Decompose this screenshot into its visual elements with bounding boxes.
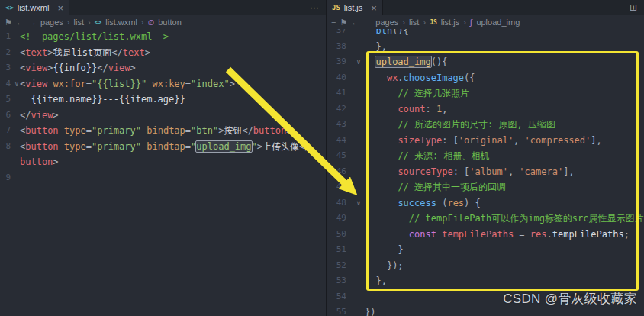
bookmark-icon[interactable]: ⚑	[5, 18, 12, 27]
right-code-editor[interactable]: 37btn(){38},39∨upload_img(){40wx.chooseI…	[327, 23, 644, 316]
symbol-button-icon: ∅	[148, 18, 155, 27]
more-actions-icon[interactable]: ···	[310, 3, 319, 12]
fold-spacer	[14, 92, 20, 108]
chevron-right-icon: ›	[402, 18, 405, 27]
fold-chevron-icon[interactable]: ∨	[353, 54, 365, 70]
right-breadcrumb-bar: ≡ ⚑ ← pages › list › JS list.js › ƒ uplo…	[327, 15, 644, 29]
code-text: button>	[20, 154, 59, 170]
code-text: wx.chooseImage({	[365, 70, 475, 86]
code-text: <button type="primary" bindtap="btn">按钮<…	[20, 123, 291, 139]
code-line[interactable]: 6</view>	[0, 108, 326, 124]
tab-list-js[interactable]: JS list.js ×	[327, 0, 383, 15]
code-line[interactable]: 49// tempFilePath可以作为img标签的src属性显示图片	[327, 211, 644, 227]
right-tab-bar: JS list.js × ⊞	[327, 0, 644, 15]
breadcrumb-item-file[interactable]: list.js	[441, 18, 459, 27]
line-number: 45	[327, 148, 353, 164]
chevron-right-icon: ›	[141, 18, 144, 27]
back-arrow-icon[interactable]: ←	[16, 18, 24, 27]
code-line[interactable]: 45// 来源: 相册、相机	[327, 148, 644, 164]
line-number: 44	[327, 133, 353, 149]
bookmark-icon[interactable]: ⚑	[340, 18, 347, 27]
right-editor-pane: JS list.js × ⊞ ≡ ⚑ ← pages › list › JS l…	[326, 0, 644, 316]
line-number: 8	[0, 139, 14, 155]
left-breadcrumb-bar: ⚑ ← → pages › list › <> list.wxml › ∅ bu…	[0, 15, 326, 29]
line-number: 54	[327, 289, 353, 305]
editor-window: <> list.wxml × ··· ⚑ ← → pages › list › …	[0, 0, 644, 316]
code-line[interactable]: 39∨upload_img(){	[327, 54, 644, 70]
fold-spacer	[14, 108, 20, 124]
fold-spacer	[353, 305, 365, 316]
code-text: // 来源: 相册、相机	[365, 148, 490, 164]
code-line[interactable]: 52});	[327, 258, 644, 274]
code-line[interactable]: 46sourceType: ['album', 'camera'],	[327, 164, 644, 180]
code-line[interactable]: 9	[0, 170, 326, 186]
left-code-editor[interactable]: 1<!--pages/list/list.wxml-->2<text>我是lis…	[0, 29, 326, 185]
code-line[interactable]: 51}	[327, 242, 644, 258]
line-number: 50	[327, 227, 353, 243]
close-icon[interactable]: ×	[371, 3, 377, 13]
code-line[interactable]: 8<button type="primary" bindtap="upload_…	[0, 139, 326, 155]
breadcrumb-item-symbol[interactable]: button	[158, 18, 182, 27]
fold-spacer	[353, 227, 365, 243]
fold-spacer	[14, 170, 20, 186]
breadcrumb-item-file[interactable]: list.wxml	[105, 18, 137, 27]
code-line[interactable]: 3<view>{{info}}</view>	[0, 60, 326, 76]
code-line[interactable]: 4∨<view wx:for="{{list}}" wx:key="index"…	[0, 76, 326, 92]
line-number: 52	[327, 258, 353, 274]
breadcrumb-item-symbol[interactable]: upload_img	[476, 18, 520, 27]
breadcrumb-item-list[interactable]: list	[74, 18, 84, 27]
code-line[interactable]: 7<button type="primary" bindtap="btn">按钮…	[0, 123, 326, 139]
close-icon[interactable]: ×	[57, 3, 63, 13]
line-number: 53	[327, 273, 353, 289]
forward-arrow-icon[interactable]: →	[28, 18, 37, 27]
fold-spacer	[353, 242, 365, 258]
symbol-method-icon: ƒ	[470, 18, 473, 27]
line-number: 7	[0, 123, 14, 139]
code-text: },	[365, 273, 387, 289]
fold-chevron-icon[interactable]: ∨	[14, 76, 20, 92]
code-text: })	[365, 305, 375, 316]
line-number: 39	[327, 54, 353, 70]
code-line[interactable]: 44sizeType: ['original', 'compressed'],	[327, 133, 644, 149]
breadcrumb-item-pages[interactable]: pages	[40, 18, 63, 27]
code-text: }	[365, 242, 404, 258]
code-line[interactable]: 43// 所选的图片的尺寸: 原图, 压缩图	[327, 117, 644, 133]
line-number: 51	[327, 242, 353, 258]
line-number: 55	[327, 305, 353, 316]
fold-spacer	[14, 154, 20, 170]
menu-icon[interactable]: ≡	[331, 18, 336, 27]
fold-chevron-icon[interactable]: ∨	[353, 195, 365, 211]
code-text: },	[365, 39, 387, 55]
code-line[interactable]: 2<text>我是list页面</text>	[0, 45, 326, 61]
line-number: 46	[327, 164, 353, 180]
breadcrumb-item-list[interactable]: list	[409, 18, 419, 27]
code-line[interactable]: 40wx.chooseImage({	[327, 70, 644, 86]
line-number: 47	[327, 179, 353, 195]
code-text: <!--pages/list/list.wxml-->	[20, 29, 169, 45]
breadcrumb-item-pages[interactable]: pages	[375, 18, 398, 27]
code-line[interactable]: 47// 选择其中一项后的回调	[327, 179, 644, 195]
code-text: {{item.name}}---{{item.age}}	[20, 92, 185, 108]
code-line[interactable]: 41// 选择几张照片	[327, 85, 644, 102]
tab-list-wxml[interactable]: <> list.wxml ×	[0, 0, 69, 15]
code-line[interactable]: 53},	[327, 273, 644, 289]
left-editor-actions: ···	[303, 0, 326, 15]
chevron-right-icon: ›	[67, 18, 70, 27]
code-line[interactable]: 50const tempFilePaths = res.tempFilePath…	[327, 227, 644, 243]
fold-spacer	[14, 139, 20, 155]
fold-spacer	[353, 70, 365, 86]
code-line[interactable]: button>	[0, 154, 326, 170]
split-editor-icon[interactable]: ⊞	[630, 3, 637, 12]
fold-spacer	[353, 258, 365, 274]
code-line[interactable]: 42count: 1,	[327, 102, 644, 118]
code-line[interactable]: 1<!--pages/list/list.wxml-->	[0, 29, 326, 45]
code-line[interactable]: 5{{item.name}}---{{item.age}}	[0, 92, 326, 108]
back-arrow-icon[interactable]: ←	[351, 18, 359, 27]
code-line[interactable]: 38},	[327, 39, 644, 55]
line-number: 48	[327, 195, 353, 211]
line-number: 1	[0, 29, 14, 45]
code-line[interactable]: 48∨success (res) {	[327, 195, 644, 211]
line-number: 2	[0, 45, 14, 61]
line-number: 38	[327, 39, 353, 55]
fold-spacer	[14, 45, 20, 61]
